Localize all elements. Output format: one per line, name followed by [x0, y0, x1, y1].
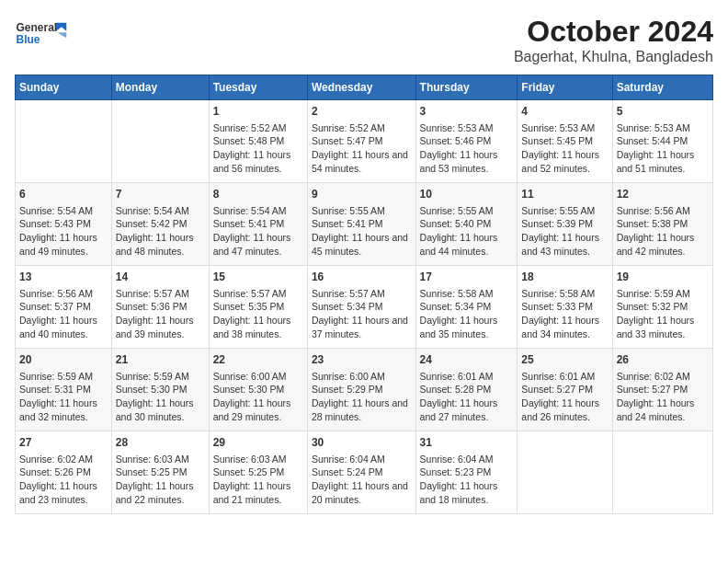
cell-details: Sunrise: 5:59 AMSunset: 5:30 PMDaylight:…: [116, 370, 205, 424]
day-number: 31: [420, 435, 514, 451]
sunset-text: Sunset: 5:26 PM: [19, 465, 108, 479]
sunset-text: Sunset: 5:37 PM: [19, 300, 108, 314]
calendar-cell: 16Sunrise: 5:57 AMSunset: 5:34 PMDayligh…: [307, 266, 415, 349]
daylight-text: Daylight: 11 hours and 22 minutes.: [116, 479, 205, 506]
day-number: 2: [312, 104, 412, 120]
day-number: 16: [312, 270, 412, 285]
calendar-cell: 18Sunrise: 5:58 AMSunset: 5:33 PMDayligh…: [518, 266, 612, 349]
cell-details: Sunrise: 5:59 AMSunset: 5:31 PMDaylight:…: [19, 370, 108, 424]
sunrise-text: Sunrise: 5:52 AM: [213, 121, 303, 135]
sunset-text: Sunset: 5:32 PM: [617, 300, 709, 314]
daylight-text: Daylight: 11 hours and 24 minutes.: [617, 396, 709, 423]
daylight-text: Daylight: 11 hours and 34 minutes.: [521, 314, 608, 340]
sunset-text: Sunset: 5:28 PM: [420, 383, 514, 396]
daylight-text: Daylight: 11 hours and 40 minutes.: [19, 314, 108, 340]
day-number: 20: [19, 352, 108, 368]
cell-details: Sunrise: 5:54 AMSunset: 5:41 PMDaylight:…: [213, 204, 303, 259]
daylight-text: Daylight: 11 hours and 56 minutes.: [213, 148, 303, 175]
day-number: 13: [19, 270, 108, 285]
cell-details: Sunrise: 5:57 AMSunset: 5:34 PMDaylight:…: [312, 287, 412, 341]
calendar-cell: 8Sunrise: 5:54 AMSunset: 5:41 PMDaylight…: [209, 183, 307, 266]
header-tuesday: Tuesday: [209, 75, 307, 100]
page-subtitle: Bagerhat, Khulna, Bangladesh: [514, 49, 713, 65]
day-number: 4: [521, 104, 608, 120]
daylight-text: Daylight: 11 hours and 33 minutes.: [617, 314, 709, 340]
sunset-text: Sunset: 5:29 PM: [312, 383, 412, 396]
day-number: 9: [312, 187, 412, 202]
sunrise-text: Sunrise: 6:04 AM: [420, 453, 514, 466]
sunrise-text: Sunrise: 5:59 AM: [19, 370, 108, 384]
sunrise-text: Sunrise: 6:04 AM: [312, 453, 412, 466]
day-number: 29: [213, 435, 303, 451]
daylight-text: Daylight: 11 hours and 52 minutes.: [521, 148, 608, 175]
sunset-text: Sunset: 5:41 PM: [312, 217, 412, 231]
cell-details: Sunrise: 6:02 AMSunset: 5:27 PMDaylight:…: [617, 370, 709, 424]
sunset-text: Sunset: 5:43 PM: [19, 217, 108, 231]
header-wednesday: Wednesday: [307, 75, 415, 100]
week-row-0: 1Sunrise: 5:52 AMSunset: 5:48 PMDaylight…: [16, 100, 713, 183]
daylight-text: Daylight: 11 hours and 51 minutes.: [617, 148, 709, 175]
sunrise-text: Sunrise: 5:54 AM: [19, 204, 108, 218]
header-monday: Monday: [111, 75, 209, 100]
day-number: 7: [116, 187, 205, 202]
day-number: 23: [312, 352, 412, 368]
calendar-cell: 17Sunrise: 5:58 AMSunset: 5:34 PMDayligh…: [415, 266, 518, 349]
day-number: 14: [116, 270, 205, 285]
svg-text:General: General: [17, 21, 58, 34]
daylight-text: Daylight: 11 hours and 18 minutes.: [420, 479, 514, 506]
cell-details: Sunrise: 5:55 AMSunset: 5:39 PMDaylight:…: [521, 204, 608, 259]
sunset-text: Sunset: 5:35 PM: [213, 300, 303, 314]
calendar-cell: 5Sunrise: 5:53 AMSunset: 5:44 PMDaylight…: [612, 100, 712, 183]
sunrise-text: Sunrise: 5:59 AM: [116, 370, 205, 384]
sunrise-text: Sunrise: 6:02 AM: [19, 453, 108, 466]
day-number: 28: [116, 435, 205, 451]
daylight-text: Daylight: 11 hours and 30 minutes.: [116, 396, 205, 423]
day-number: 21: [116, 352, 205, 368]
header-friday: Friday: [518, 75, 612, 100]
week-row-2: 13Sunrise: 5:56 AMSunset: 5:37 PMDayligh…: [16, 266, 713, 349]
calendar-cell: [111, 100, 209, 183]
calendar-cell: 4Sunrise: 5:53 AMSunset: 5:45 PMDaylight…: [518, 100, 612, 183]
logo: General Blue: [15, 15, 70, 52]
cell-details: Sunrise: 6:03 AMSunset: 5:25 PMDaylight:…: [213, 453, 303, 507]
sunrise-text: Sunrise: 5:55 AM: [420, 204, 514, 218]
sunrise-text: Sunrise: 5:55 AM: [521, 204, 608, 218]
sunrise-text: Sunrise: 5:52 AM: [312, 121, 412, 135]
header-thursday: Thursday: [415, 75, 518, 100]
cell-details: Sunrise: 6:01 AMSunset: 5:28 PMDaylight:…: [420, 370, 514, 424]
header-row: SundayMondayTuesdayWednesdayThursdayFrid…: [16, 75, 713, 100]
cell-details: Sunrise: 5:54 AMSunset: 5:43 PMDaylight:…: [19, 204, 108, 259]
day-number: 1: [213, 104, 303, 120]
header-saturday: Saturday: [612, 75, 712, 100]
calendar-cell: 23Sunrise: 6:00 AMSunset: 5:29 PMDayligh…: [307, 349, 415, 431]
sunset-text: Sunset: 5:27 PM: [617, 383, 709, 396]
calendar-cell: 26Sunrise: 6:02 AMSunset: 5:27 PMDayligh…: [612, 349, 712, 431]
cell-details: Sunrise: 5:57 AMSunset: 5:35 PMDaylight:…: [213, 287, 303, 341]
daylight-text: Daylight: 11 hours and 54 minutes.: [312, 148, 412, 175]
sunrise-text: Sunrise: 6:03 AM: [213, 453, 303, 466]
day-number: 18: [521, 270, 608, 285]
logo-svg: General Blue: [15, 15, 70, 52]
sunset-text: Sunset: 5:25 PM: [116, 465, 205, 479]
sunset-text: Sunset: 5:48 PM: [213, 134, 303, 148]
sunset-text: Sunset: 5:44 PM: [617, 134, 709, 148]
sunrise-text: Sunrise: 6:01 AM: [420, 370, 514, 384]
daylight-text: Daylight: 11 hours and 32 minutes.: [19, 396, 108, 423]
week-row-3: 20Sunrise: 5:59 AMSunset: 5:31 PMDayligh…: [16, 349, 713, 431]
cell-details: Sunrise: 5:53 AMSunset: 5:46 PMDaylight:…: [420, 121, 514, 176]
day-number: 26: [617, 352, 709, 368]
sunrise-text: Sunrise: 5:58 AM: [521, 287, 608, 301]
calendar-cell: [518, 431, 612, 514]
cell-details: Sunrise: 5:53 AMSunset: 5:45 PMDaylight:…: [521, 121, 608, 176]
title-block: October 2024 Bagerhat, Khulna, Banglades…: [514, 15, 713, 65]
daylight-text: Daylight: 11 hours and 49 minutes.: [19, 231, 108, 258]
cell-details: Sunrise: 6:00 AMSunset: 5:29 PMDaylight:…: [312, 370, 412, 424]
cell-details: Sunrise: 5:57 AMSunset: 5:36 PMDaylight:…: [116, 287, 205, 341]
daylight-text: Daylight: 11 hours and 29 minutes.: [213, 396, 303, 423]
sunrise-text: Sunrise: 6:03 AM: [116, 453, 205, 466]
daylight-text: Daylight: 11 hours and 23 minutes.: [19, 479, 108, 506]
header-sunday: Sunday: [16, 75, 112, 100]
cell-details: Sunrise: 5:55 AMSunset: 5:41 PMDaylight:…: [312, 204, 412, 259]
cell-details: Sunrise: 5:54 AMSunset: 5:42 PMDaylight:…: [116, 204, 205, 259]
calendar-cell: 25Sunrise: 6:01 AMSunset: 5:27 PMDayligh…: [518, 349, 612, 431]
